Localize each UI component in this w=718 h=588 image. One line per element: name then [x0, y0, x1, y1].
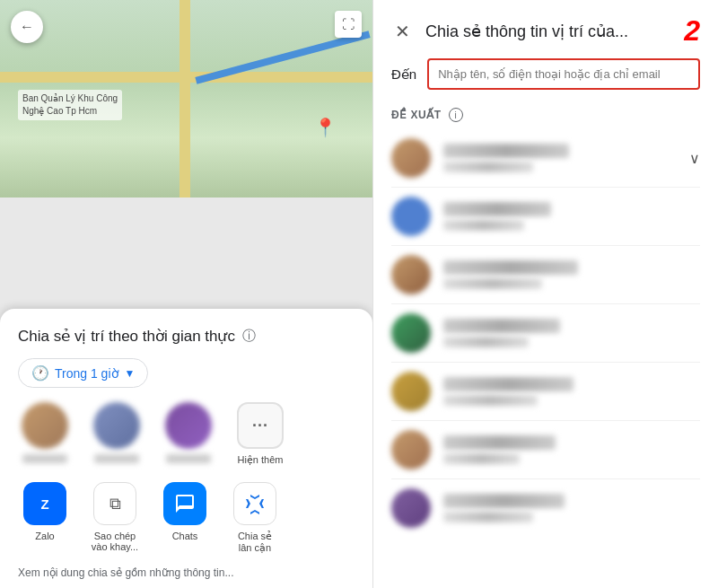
- apps-row: Z Zalo ⧉ Sao chépvào khay... Chats: [18, 482, 355, 554]
- annotation-2: 2: [684, 14, 700, 48]
- contact-avatar-2: [391, 197, 431, 236]
- contact-name-r5: [443, 377, 574, 391]
- app-chats[interactable]: Chats: [158, 482, 212, 541]
- contact-sub-r7: [443, 512, 533, 522]
- back-button[interactable]: ←: [11, 11, 43, 43]
- more-dots: ···: [252, 417, 268, 434]
- contact-list: ∨: [373, 129, 718, 588]
- more-contacts-label: Hiện thêm: [237, 454, 283, 466]
- contact-sub-r3: [443, 278, 542, 289]
- copy-icon: ⧉: [93, 482, 136, 525]
- right-title: Chia sẻ thông tin vị trí của...: [425, 22, 628, 41]
- left-panel: ← Ban Quản Lý Khu CôngNghệ Cao Tp Hcm 📍 …: [0, 0, 372, 588]
- contact-avatar-5: [391, 372, 431, 411]
- contact-info-7: [443, 494, 700, 522]
- avatar-2: [93, 402, 140, 449]
- dropdown-arrow: ▼: [125, 367, 136, 380]
- contact-sub-r4: [443, 337, 529, 347]
- contact-info-1: [443, 144, 700, 172]
- app-nearby[interactable]: Chia sẻlân cận: [228, 482, 282, 554]
- contact-avatar-4: [391, 313, 431, 353]
- contact-sub-r1: [443, 162, 533, 172]
- contact-name-r6: [443, 435, 556, 450]
- footer-text: Xem nội dung chia sẻ gồm những thông tin…: [18, 566, 355, 579]
- copy-label: Sao chépvào khay...: [92, 531, 138, 552]
- to-section: Đến: [373, 58, 718, 101]
- contact-row-3[interactable]: [373, 246, 718, 303]
- map-pin: 📍: [314, 117, 337, 138]
- app-copy[interactable]: ⧉ Sao chépvào khay...: [88, 482, 142, 552]
- contact-row-5[interactable]: [373, 363, 718, 420]
- right-header: ✕ Chia sẻ thông tin vị trí của... 2: [373, 0, 718, 58]
- suggest-info-icon: i: [449, 108, 463, 122]
- zalo-label: Zalo: [35, 531, 54, 541]
- time-selector[interactable]: 🕐 Trong 1 giờ ▼: [18, 358, 148, 388]
- contact-avatar-1: [391, 138, 431, 178]
- contact-info-4: [443, 319, 700, 347]
- contact-row-7[interactable]: [373, 479, 718, 537]
- contact-sub-r6: [443, 453, 520, 464]
- contact-avatar-7: [391, 488, 431, 528]
- chats-label: Chats: [172, 531, 198, 541]
- zalo-icon: Z: [23, 482, 66, 525]
- contact-name-r1: [443, 144, 569, 158]
- contact-item-3[interactable]: [162, 402, 215, 463]
- contacts-row: ··· Hiện thêm: [18, 402, 355, 466]
- contact-sub-r5: [443, 395, 538, 406]
- share-title-text: Chia sẻ vị trí theo thời gian thực: [18, 327, 235, 346]
- map-background: ← Ban Quản Lý Khu CôngNghệ Cao Tp Hcm 📍 …: [0, 0, 372, 197]
- chevron-down: ∨: [689, 150, 700, 167]
- avatar-1: [22, 402, 68, 449]
- expand-button[interactable]: ⛶: [335, 11, 362, 38]
- map-road-vertical: [180, 0, 190, 197]
- app-zalo[interactable]: Z Zalo: [18, 482, 72, 541]
- close-icon: ✕: [395, 21, 410, 42]
- map-label: Ban Quản Lý Khu CôngNghệ Cao Tp Hcm: [18, 90, 122, 120]
- contact-info-6: [443, 435, 700, 464]
- share-info-icon: ⓘ: [242, 328, 256, 345]
- avatar-3: [165, 402, 212, 449]
- contact-name-r2: [443, 202, 551, 216]
- contact-name-r3: [443, 260, 578, 275]
- nearby-icon: [233, 482, 276, 525]
- contact-info-5: [443, 377, 700, 406]
- contact-row-2[interactable]: [373, 188, 718, 245]
- contact-info-2: [443, 202, 700, 231]
- share-panel: Chia sẻ vị trí theo thời gian thực ⓘ 🕐 T…: [0, 309, 372, 588]
- more-contacts-button[interactable]: ···: [237, 402, 284, 449]
- contact-name-r4: [443, 319, 560, 333]
- time-label: Trong 1 giờ: [55, 366, 119, 381]
- time-icon: 🕐: [31, 364, 49, 382]
- contact-info-3: [443, 260, 700, 289]
- close-button[interactable]: ✕: [391, 21, 413, 42]
- contact-name-2: [94, 454, 139, 463]
- contact-avatar-6: [391, 430, 431, 470]
- contact-row-6[interactable]: [373, 421, 718, 478]
- recipient-input[interactable]: [427, 58, 700, 90]
- contact-name-r7: [443, 494, 565, 508]
- expand-icon: ⛶: [342, 17, 355, 31]
- suggest-section-header: ĐỀ XUẤT i: [373, 101, 718, 129]
- suggest-label: ĐỀ XUẤT: [391, 109, 442, 121]
- contact-name-3: [166, 454, 211, 463]
- share-title: Chia sẻ vị trí theo thời gian thực ⓘ: [18, 327, 355, 346]
- contact-name-1: [22, 454, 67, 463]
- chats-icon: [163, 482, 206, 525]
- contact-row-4[interactable]: [373, 304, 718, 362]
- back-icon: ←: [20, 19, 34, 35]
- right-panel: ✕ Chia sẻ thông tin vị trí của... 2 Đến …: [372, 0, 718, 588]
- to-label: Đến: [391, 66, 416, 83]
- contact-avatar-3: [391, 255, 431, 294]
- contact-sub-r2: [443, 220, 524, 231]
- nearby-label: Chia sẻlân cận: [238, 531, 272, 554]
- contact-item-2[interactable]: [90, 402, 144, 463]
- contact-item-1[interactable]: [18, 402, 72, 463]
- contact-row-1[interactable]: ∨: [373, 129, 718, 187]
- more-contacts-item[interactable]: ··· Hiện thêm: [233, 402, 287, 466]
